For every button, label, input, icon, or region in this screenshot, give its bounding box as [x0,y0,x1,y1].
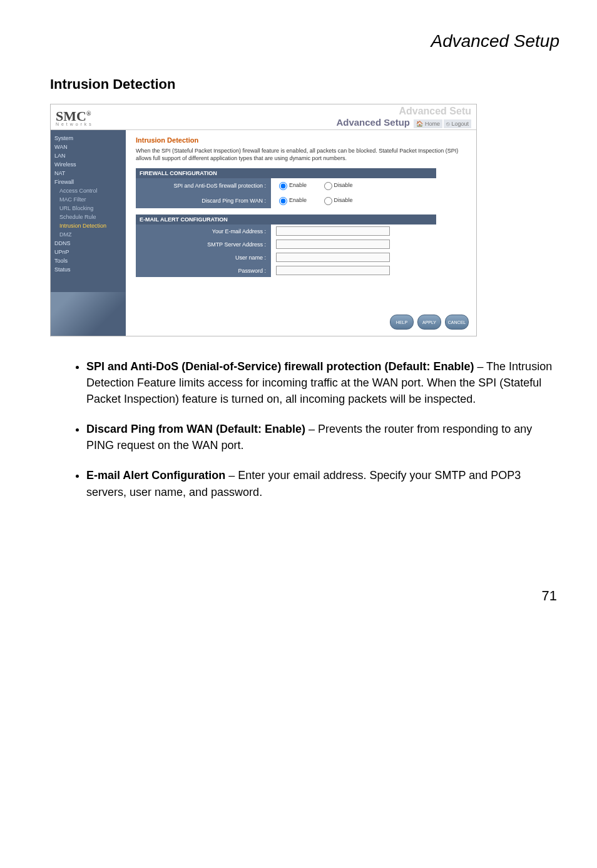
spi-disable-input[interactable] [324,182,332,190]
username-label: User name : [136,251,271,264]
adv-setup-label: Advanced Setup [336,117,410,128]
ping-enable-input[interactable] [279,197,287,205]
router-admin-screenshot: SMC® N e t w o r k s Advanced Setu Advan… [50,104,477,336]
adv-setup-ghost: Advanced Setu [336,106,471,117]
ping-value: Enable Disable [271,193,436,208]
sidebar-sub-dmz[interactable]: DMZ [51,230,126,239]
ping-label: Discard Ping From WAN : [136,193,271,208]
bullet-item: Discard Ping from WAN (Default: Enable) … [86,421,559,453]
username-input[interactable] [276,253,390,262]
bullet-bold: Discard Ping from WAN (Default: Enable) [86,423,305,435]
logo-subtext: N e t w o r k s [56,122,92,126]
bullet-list: SPI and Anti-DoS (Denial-of-Service) fir… [50,358,559,500]
sidebar: System WAN LAN Wireless NAT Firewall Acc… [51,130,126,336]
ping-enable-radio[interactable]: Enable [276,195,307,205]
bullet-item: SPI and Anti-DoS (Denial-of-Service) fir… [86,358,559,407]
sidebar-sub-schedule[interactable]: Schedule Rule [51,213,126,221]
sidebar-item-tools[interactable]: Tools [51,256,126,265]
password-input[interactable] [276,266,390,275]
ss-logo-block: SMC® N e t w o r k s [56,108,92,126]
help-button[interactable]: HELP [390,315,414,330]
spi-disable-radio[interactable]: Disable [321,180,353,190]
spi-label: SPI and Anti-DoS firewall protection : [136,178,271,193]
email-config-table: E-MAIL ALERT CONFIGURATION Your E-mail A… [136,214,436,277]
spi-enable-input[interactable] [279,182,287,190]
ss-header: SMC® N e t w o r k s Advanced Setu Advan… [51,104,476,130]
logo-reg: ® [86,109,91,116]
smtp-label: SMTP Server Address : [136,238,271,251]
spi-enable-radio[interactable]: Enable [276,180,307,190]
firewall-header: FIREWALL CONFIGURATION [136,168,436,178]
sidebar-item-status[interactable]: Status [51,265,126,274]
ping-disable-input[interactable] [324,197,332,205]
sidebar-item-ddns[interactable]: DDNS [51,239,126,248]
smtp-input[interactable] [276,240,390,249]
sidebar-item-nat[interactable]: NAT [51,169,126,178]
content-intro: When the SPI (Stateful Packet Inspection… [136,148,466,162]
header-logout-link[interactable]: ⦸ Logout [444,119,471,128]
sidebar-item-lan[interactable]: LAN [51,151,126,160]
bullet-bold: E-mail Alert Configuration [86,469,225,482]
bullet-bold: SPI and Anti-DoS (Denial-of-Service) fir… [86,360,474,373]
sidebar-sub-intrusion[interactable]: Intrusion Detection [51,221,126,230]
email-header: E-MAIL ALERT CONFIGURATION [136,214,436,225]
sidebar-sub-urlblock[interactable]: URL Blocking [51,204,126,213]
ss-body: System WAN LAN Wireless NAT Firewall Acc… [51,130,476,336]
sidebar-sub-macfilter[interactable]: MAC Filter [51,195,126,204]
page-header: Advanced Setup [50,31,559,51]
logo-text: SMC® [56,108,91,124]
cancel-button[interactable]: CANCEL [445,315,469,330]
sidebar-sub-access[interactable]: Access Control [51,186,126,195]
password-label: Password : [136,264,271,277]
spi-value: Enable Disable [271,178,436,193]
apply-button[interactable]: APPLY [417,315,441,330]
email-addr-input[interactable] [276,226,390,236]
firewall-config-table: FIREWALL CONFIGURATION SPI and Anti-DoS … [136,168,436,208]
section-title: Intrusion Detection [50,76,559,93]
sidebar-item-wan[interactable]: WAN [51,143,126,151]
email-addr-label: Your E-mail Address : [136,225,271,238]
sidebar-item-firewall[interactable]: Firewall [51,178,126,186]
header-home-link[interactable]: 🏠 Home [414,119,442,128]
action-buttons: HELP APPLY CANCEL [390,315,469,330]
sidebar-item-system[interactable]: System [51,134,126,143]
adv-setup-wrap: Advanced Setu Advanced Setup 🏠 Home⦸ Log… [336,106,471,128]
sidebar-item-wireless[interactable]: Wireless [51,160,126,169]
content-pane: Intrusion Detection When the SPI (Statef… [126,130,476,336]
content-title: Intrusion Detection [136,136,466,144]
bullet-item: E-mail Alert Configuration – Enter your … [86,467,559,500]
sidebar-decorative-image [51,292,126,336]
page-number: 71 [50,588,559,604]
ping-disable-radio[interactable]: Disable [321,195,353,205]
sidebar-item-upnp[interactable]: UPnP [51,248,126,256]
